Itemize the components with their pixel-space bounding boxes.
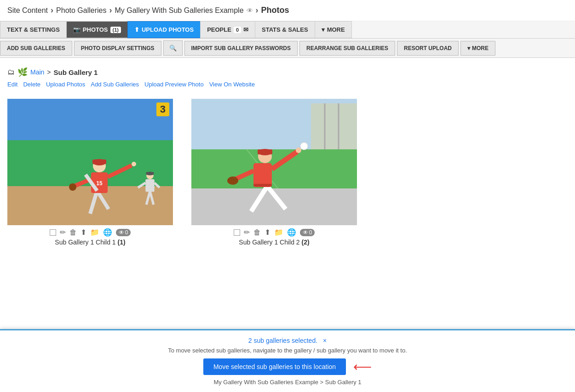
photo-checkbox-2[interactable]: [234, 229, 240, 236]
eye-sm-icon-2: 👁: [303, 229, 308, 236]
photos-badge: (1): [110, 27, 121, 33]
chevron-down-icon-2: ▾: [467, 45, 470, 51]
tab-photos[interactable]: 📷 PHOTOS (1): [66, 21, 127, 38]
svg-rect-36: [258, 149, 272, 154]
svg-rect-18: [145, 179, 155, 192]
tab-stats-label: STATS & SALES: [262, 26, 308, 33]
resort-upload-label: RESORT UPLOAD: [404, 45, 452, 51]
people-badge: 0: [234, 27, 241, 33]
gallery-nav-sep: >: [47, 68, 51, 76]
svg-rect-0: [7, 99, 173, 140]
rearrange-sub-galleries-label: REARRANGE SUB GALLERIES: [306, 45, 388, 51]
delete-icon-1[interactable]: 🗑: [69, 228, 77, 237]
svg-rect-42: [253, 184, 272, 187]
upload-icon-1[interactable]: ⬆: [80, 228, 86, 237]
breadcrumb: Site Content › Photo Galleries › My Gall…: [0, 0, 575, 21]
globe-icon-2[interactable]: 🌐: [287, 228, 296, 237]
breadcrumb-current: Photos: [261, 6, 289, 15]
camera-icon: 📷: [73, 26, 80, 33]
number-badge-1: 3: [156, 102, 169, 116]
action-add-sub-galleries[interactable]: Add Sub Galleries: [91, 81, 139, 88]
tab-upload-label: UPLOAD PHOTOS: [142, 26, 194, 33]
action-edit[interactable]: Edit: [7, 81, 17, 88]
svg-point-12: [132, 162, 136, 166]
globe-icon-1[interactable]: 🌐: [103, 228, 112, 237]
import-sub-gallery-passwords-label: IMPORT SUB GALLERY PASSWORDS: [191, 45, 291, 51]
svg-point-38: [296, 148, 301, 153]
photo-controls-1: ✏ 🗑 ⬆ 📁 🌐 👁 0: [50, 228, 131, 237]
photo-display-settings-button[interactable]: PHOTO DISPLAY SETTINGS: [74, 41, 161, 56]
breadcrumb-site-content[interactable]: Site Content: [7, 6, 48, 15]
tab-bar: TEXT & SETTINGS 📷 PHOTOS (1) ⬆ UPLOAD PH…: [0, 21, 575, 39]
search-icon: 🔍: [169, 45, 177, 51]
action-upload-preview-photo[interactable]: Upload Preview Photo: [144, 81, 204, 88]
gallery-nav-main-link[interactable]: Main: [30, 68, 44, 76]
folder-icon: 🗂: [7, 68, 15, 76]
photo-grid: 3: [7, 99, 568, 246]
action-upload-photos[interactable]: Upload Photos: [46, 81, 85, 88]
breadcrumb-sep-2: ›: [109, 6, 112, 15]
view-count-1: 👁 0: [116, 229, 131, 236]
tab-photos-label: PHOTOS: [83, 26, 108, 33]
delete-icon-2[interactable]: 🗑: [253, 228, 261, 237]
search-button[interactable]: 🔍: [163, 40, 183, 56]
rearrange-sub-galleries-button[interactable]: REARRANGE SUB GALLERIES: [299, 41, 395, 56]
baseball-svg-2: [191, 99, 357, 225]
tab-text-settings-label: TEXT & SETTINGS: [7, 26, 60, 33]
edit-icon-2[interactable]: ✏: [244, 228, 250, 237]
breadcrumb-sep-3: ›: [256, 6, 259, 15]
tab-more[interactable]: ▾ MORE: [315, 21, 352, 38]
upload-icon: ⬆: [134, 26, 139, 33]
add-sub-galleries-button[interactable]: ADD SUB GALLERIES: [0, 41, 72, 56]
main-content: 🗂 🌿 Main > Sub Gallery 1 Edit Delete Upl…: [0, 58, 575, 288]
toolbar-more-button[interactable]: ▾ MORE: [460, 41, 495, 56]
breadcrumb-sep-1: ›: [51, 6, 53, 15]
tab-stats-sales[interactable]: STATS & SALES: [255, 21, 315, 38]
baseball-svg-1: 15: [7, 99, 173, 225]
photo-display-settings-label: PHOTO DISPLAY SETTINGS: [81, 45, 155, 51]
tab-upload-photos[interactable]: ⬆ UPLOAD PHOTOS: [127, 21, 200, 38]
toolbar: ADD SUB GALLERIES PHOTO DISPLAY SETTINGS…: [0, 39, 575, 58]
svg-rect-10: [92, 159, 106, 164]
tab-more-label: MORE: [327, 26, 345, 33]
photo-thumb-2[interactable]: [191, 99, 357, 225]
breadcrumb-gallery-name[interactable]: My Gallery With Sub Galleries Example: [115, 6, 243, 15]
svg-point-41: [227, 176, 238, 185]
photo-count-1: (1): [118, 239, 126, 246]
upload-icon-2[interactable]: ⬆: [264, 228, 270, 237]
gallery-nav-current: Sub Gallery 1: [54, 68, 98, 76]
photo-title-2: Sub Gallery 1 Child 2 (2): [239, 239, 309, 246]
tab-people-label: PEOPLE: [207, 26, 231, 33]
photo-controls-2: ✏ 🗑 ⬆ 📁 🌐 👁 0: [234, 228, 315, 237]
tab-text-settings[interactable]: TEXT & SETTINGS: [0, 21, 66, 38]
leaf-emoji-icon: 🌿: [17, 67, 28, 77]
photo-count-2: (2): [302, 239, 310, 246]
email-icon: ✉: [243, 26, 248, 33]
gallery-actions: Edit Delete Upload Photos Add Sub Galler…: [7, 81, 568, 88]
action-view-on-website[interactable]: View On Website: [209, 81, 255, 88]
photo-item-2: ✏ 🗑 ⬆ 📁 🌐 👁 0 Sub Gallery 1 Child 2 (2): [191, 99, 357, 246]
photo-thumb-1[interactable]: 3: [7, 99, 173, 225]
svg-rect-21: [146, 172, 154, 175]
svg-rect-33: [253, 163, 272, 187]
svg-rect-3: [7, 186, 173, 225]
svg-point-14: [69, 183, 76, 191]
tab-people[interactable]: PEOPLE 0 ✉: [200, 21, 255, 38]
eye-sm-icon-1: 👁: [119, 229, 124, 236]
views-num-2: 0: [309, 229, 312, 236]
views-num-1: 0: [125, 229, 128, 236]
svg-text:15: 15: [96, 180, 103, 187]
chevron-down-icon: ▾: [322, 26, 325, 33]
resort-upload-button[interactable]: RESORT UPLOAD: [397, 41, 459, 56]
edit-icon-1[interactable]: ✏: [60, 228, 66, 237]
toolbar-more-label: MORE: [472, 45, 489, 51]
photo-title-1: Sub Gallery 1 Child 1 (1): [55, 239, 125, 246]
photo-checkbox-1[interactable]: [50, 229, 56, 236]
action-delete[interactable]: Delete: [23, 81, 40, 88]
import-sub-gallery-passwords-button[interactable]: IMPORT SUB GALLERY PASSWORDS: [184, 41, 298, 56]
breadcrumb-photo-galleries[interactable]: Photo Galleries: [56, 6, 106, 15]
eye-icon[interactable]: 👁: [247, 7, 253, 14]
folder-move-icon-2[interactable]: 📁: [274, 228, 283, 237]
folder-move-icon-1[interactable]: 📁: [90, 228, 99, 237]
view-count-2: 👁 0: [300, 229, 315, 236]
